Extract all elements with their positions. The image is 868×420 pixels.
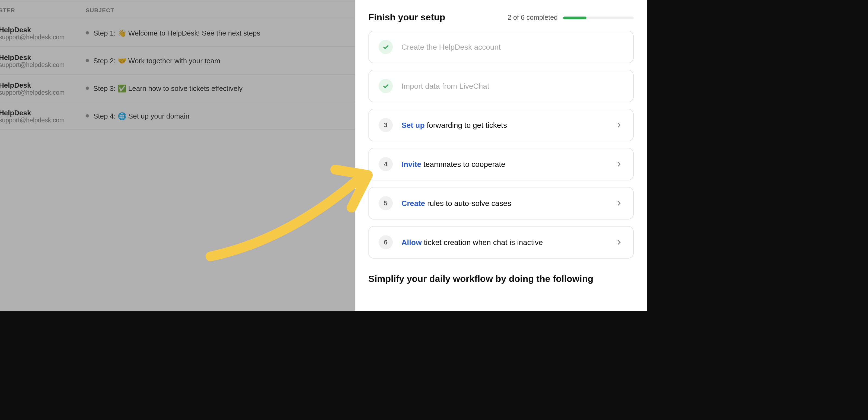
status-dot bbox=[86, 59, 89, 62]
chevron-right-icon bbox=[615, 199, 623, 208]
col-requester: REQUESTER bbox=[0, 7, 86, 13]
simplify-title: Simplify your daily workflow by doing th… bbox=[368, 274, 633, 284]
setup-item[interactable]: 3Set up forwarding to get tickets bbox=[368, 109, 633, 141]
status-dot bbox=[86, 114, 89, 118]
status-dot bbox=[86, 87, 89, 90]
check-icon bbox=[379, 40, 393, 54]
step-number: 4 bbox=[379, 157, 393, 171]
setup-item[interactable]: 5Create rules to auto-solve cases bbox=[368, 187, 633, 219]
check-icon bbox=[379, 79, 393, 93]
setup-item[interactable]: Import data from LiveChat bbox=[368, 70, 633, 102]
setup-item[interactable]: Create the HelpDesk account bbox=[368, 31, 633, 63]
progress-bar bbox=[563, 16, 633, 19]
step-number: 6 bbox=[379, 235, 393, 249]
step-number: 5 bbox=[379, 196, 393, 210]
chevron-right-icon bbox=[615, 160, 623, 169]
chevron-right-icon bbox=[615, 238, 623, 247]
ticket-subject: Step 2: 🤝 Work together with your team bbox=[93, 56, 220, 65]
setup-item[interactable]: 4Invite teammates to cooperate bbox=[368, 148, 633, 180]
setup-item[interactable]: 6Allow ticket creation when chat is inac… bbox=[368, 226, 633, 259]
step-number: 3 bbox=[379, 118, 393, 132]
ticket-subject: Step 3: ✅ Learn how to solve tickets eff… bbox=[93, 84, 243, 92]
setup-drawer: 14 Days left in your trial Subscribe Fin… bbox=[355, 0, 647, 311]
chevron-right-icon bbox=[615, 121, 623, 129]
ticket-subject: Step 4: 🌐 Set up your domain bbox=[93, 112, 189, 120]
status-dot bbox=[86, 31, 89, 34]
progress-text: 2 of 6 completed bbox=[507, 14, 558, 22]
setup-title: Finish your setup bbox=[368, 12, 445, 23]
ticket-subject: Step 1: 👋 Welcome to HelpDesk! See the n… bbox=[93, 29, 260, 37]
